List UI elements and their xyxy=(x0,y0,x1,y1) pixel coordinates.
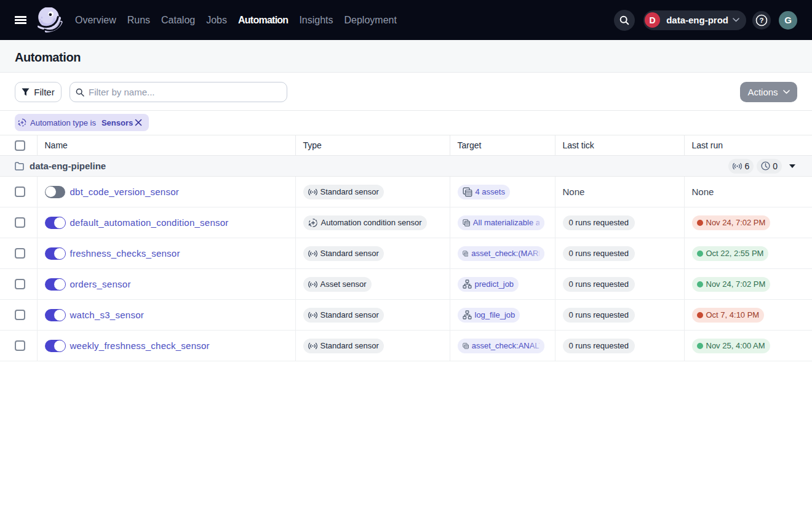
svg-text:?: ? xyxy=(759,17,763,24)
